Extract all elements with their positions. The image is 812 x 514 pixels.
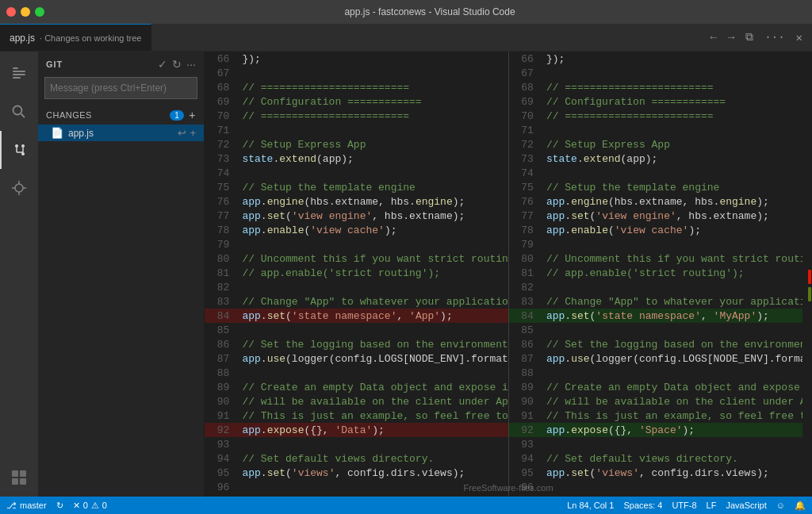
svg-point-10 xyxy=(15,184,23,192)
error-count[interactable]: ✕ 0 ⚠ 0 xyxy=(73,501,107,511)
line-number: 89 xyxy=(509,380,543,394)
line-number: 83 xyxy=(509,294,543,309)
line-ending-status[interactable]: LF xyxy=(707,501,717,510)
line-number: 77 xyxy=(509,209,543,223)
navigate-back-button[interactable]: ← xyxy=(707,29,720,45)
line-number: 78 xyxy=(509,223,543,237)
sync-status[interactable]: ↻ xyxy=(56,501,63,511)
commit-message-input[interactable] xyxy=(44,77,197,99)
table-row: 73state.extend(app); xyxy=(205,152,508,166)
line-code xyxy=(239,280,508,294)
window-title: app.js - fastconews - Visual Studio Code xyxy=(54,6,806,17)
line-number: 96 xyxy=(205,480,239,494)
language-status[interactable]: JavaScript xyxy=(726,501,766,510)
line-number: 97 xyxy=(509,494,543,497)
editor-tab[interactable]: app.js · Changes on working tree xyxy=(0,24,151,51)
table-row: 68// ======================== xyxy=(205,80,508,94)
svg-rect-1 xyxy=(13,71,25,72)
table-row: 81// app.enable('strict routing'); xyxy=(205,266,508,280)
feedback-icon[interactable]: ☺ xyxy=(776,501,785,510)
line-number: 83 xyxy=(205,294,239,309)
table-row: 80// Uncomment this if you want strict r… xyxy=(509,251,813,266)
line-code xyxy=(543,480,812,494)
table-row: 83// Change "App" to whatever your appli… xyxy=(509,294,813,309)
sidebar-header: GIT ✓ ↻ ··· xyxy=(38,52,204,77)
table-row: 73state.extend(app); xyxy=(509,152,813,166)
tab-subtitle: · Changes on working tree xyxy=(40,33,141,43)
error-number: 0 xyxy=(83,501,88,510)
branch-name: master xyxy=(20,501,47,510)
line-number: 71 xyxy=(509,123,543,137)
revert-file-icon[interactable]: ↩ xyxy=(178,127,186,139)
line-code: app.set('state namespace', 'App'); xyxy=(239,309,508,323)
table-row: 69// Configuration ============ xyxy=(509,94,813,109)
statusbar-right: Ln 84, Col 1 Spaces: 4 UTF-8 LF JavaScri… xyxy=(567,501,806,511)
sidebar-scm-label: GIT xyxy=(46,59,63,69)
close-tab-button[interactable]: ✕ xyxy=(793,29,806,46)
svg-rect-0 xyxy=(13,67,18,69)
file-action-buttons: ↩ + xyxy=(178,127,196,139)
sidebar-more-icon[interactable]: ··· xyxy=(186,58,196,71)
activity-git[interactable] xyxy=(0,131,38,169)
svg-rect-11 xyxy=(12,470,18,477)
activity-search[interactable] xyxy=(0,93,38,131)
statusbar: ⎇ master ↻ ✕ 0 ⚠ 0 Ln 84, Col 1 Spaces: … xyxy=(0,497,812,514)
line-number: 75 xyxy=(205,180,239,194)
line-number: 90 xyxy=(205,394,239,409)
line-code xyxy=(239,366,508,380)
table-row: 86// Set the logging based on the enviro… xyxy=(205,337,508,351)
encoding-status[interactable]: UTF-8 xyxy=(672,501,696,510)
sidebar-refresh-icon[interactable]: ↻ xyxy=(172,58,182,71)
right-code-pane[interactable]: 66});6768// ========================69//… xyxy=(508,52,813,497)
minimap-deleted-marker xyxy=(808,270,811,284)
line-code: // Uncomment this if you want strict rou… xyxy=(543,251,812,266)
line-number: 94 xyxy=(205,451,239,466)
line-code: app.set('views', config.dirs.views); xyxy=(543,466,812,480)
line-number: 74 xyxy=(205,166,239,180)
sidebar-header-actions: ✓ ↻ ··· xyxy=(158,58,196,71)
table-row: 78app.enable('view cache'); xyxy=(205,223,508,237)
table-row: 76app.engine(hbs.extname, hbs.engine); xyxy=(509,194,813,209)
line-code: app.engine(hbs.extname, hbs.engine); xyxy=(543,194,812,209)
titlebar: app.js - fastconews - Visual Studio Code xyxy=(0,0,812,24)
branch-status[interactable]: ⎇ master xyxy=(6,501,47,511)
error-icon: ✕ xyxy=(73,501,80,511)
stage-all-icon[interactable]: + xyxy=(189,109,196,121)
line-number: 81 xyxy=(205,266,239,280)
line-number: 73 xyxy=(205,152,239,166)
line-number: 74 xyxy=(509,166,543,180)
navigate-forward-button[interactable]: → xyxy=(725,29,737,45)
cursor-position[interactable]: Ln 84, Col 1 xyxy=(567,501,614,510)
stage-file-icon[interactable]: + xyxy=(190,127,196,139)
split-editor-button[interactable]: ⧉ xyxy=(742,29,756,45)
line-number: 78 xyxy=(205,223,239,237)
activity-debug[interactable] xyxy=(0,169,38,207)
table-row: 95app.set('views', config.dirs.views); xyxy=(509,466,813,480)
activity-explorer[interactable] xyxy=(0,55,38,93)
more-actions-button[interactable]: ··· xyxy=(761,29,787,45)
table-row: 74 xyxy=(509,166,813,180)
editor-area: 66});6768// ========================69//… xyxy=(205,52,812,497)
line-number: 77 xyxy=(205,209,239,223)
table-row: 90// will be available on the client und… xyxy=(205,394,508,409)
line-number: 94 xyxy=(509,451,543,466)
line-code: router = express.Router({ xyxy=(543,494,812,497)
maximize-button[interactable] xyxy=(35,7,44,17)
line-code xyxy=(239,437,508,451)
indentation-status[interactable]: Spaces: 4 xyxy=(623,501,662,510)
minimap[interactable] xyxy=(802,52,812,497)
notification-icon[interactable]: 🔔 xyxy=(795,501,806,511)
line-code: state.extend(app); xyxy=(543,152,812,166)
line-code xyxy=(543,437,812,451)
changed-file-item[interactable]: 📄 app.js ↩ + xyxy=(38,125,204,141)
table-row: 95app.set('views', config.dirs.views); xyxy=(205,466,508,480)
sidebar-checkmark-icon[interactable]: ✓ xyxy=(158,58,167,71)
close-button[interactable] xyxy=(6,7,16,17)
left-code-pane[interactable]: 66});6768// ========================69//… xyxy=(205,52,508,497)
table-row: 89// Create an empty Data object and exp… xyxy=(205,380,508,394)
table-row: 66}); xyxy=(509,52,813,66)
activity-extensions[interactable] xyxy=(0,458,38,497)
line-code: // will be available on the client under… xyxy=(239,394,508,409)
line-number: 69 xyxy=(205,94,239,109)
minimize-button[interactable] xyxy=(21,7,30,17)
